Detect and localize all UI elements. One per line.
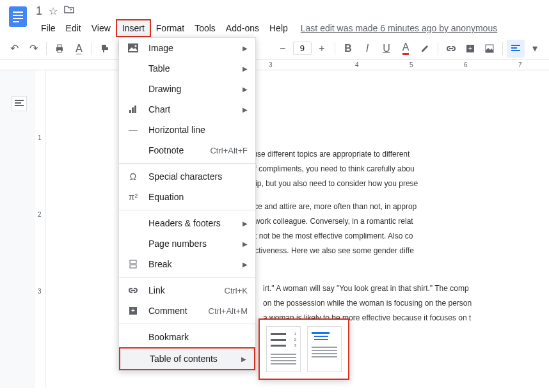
toc-with-links-option[interactable] [307, 326, 342, 372]
outline-toggle-button[interactable] [12, 96, 27, 111]
body-text: on the possession while the woman is foc… [263, 299, 472, 308]
insert-link-button[interactable] [442, 40, 460, 58]
highlight-button[interactable] [416, 40, 434, 58]
menu-view[interactable]: View [86, 20, 116, 36]
submenu-arrow-icon: ▶ [243, 220, 248, 227]
star-icon[interactable]: ☆ [49, 5, 58, 17]
insert-hr-item[interactable]: — Horizontal line [119, 120, 255, 140]
svg-rect-23 [130, 265, 136, 268]
submenu-arrow-icon: ▶ [241, 356, 246, 363]
insert-comment-button[interactable]: + [461, 40, 479, 58]
submenu-arrow-icon: ▶ [243, 240, 248, 247]
svg-rect-22 [130, 260, 136, 263]
underline-button[interactable]: U [378, 40, 395, 58]
last-edit-link[interactable]: Last edit was made 6 minutes ago by anon… [301, 23, 497, 33]
svg-text:+: + [468, 45, 472, 52]
insert-special-chars-item[interactable]: Ω Special characters [119, 166, 255, 187]
insert-break-item[interactable]: Break ▶ [119, 254, 255, 274]
svg-rect-4 [13, 21, 19, 22]
move-folder-icon[interactable] [64, 5, 74, 17]
svg-rect-21 [134, 106, 136, 113]
svg-rect-19 [129, 110, 131, 113]
insert-equation-item[interactable]: π² Equation [119, 187, 255, 207]
submenu-arrow-icon: ▶ [243, 261, 248, 268]
menu-file[interactable]: File [36, 20, 61, 36]
menu-format[interactable]: Format [151, 20, 189, 36]
pi-icon: π² [127, 191, 139, 203]
font-size-increase[interactable]: + [313, 40, 331, 58]
docs-logo-icon[interactable] [5, 4, 31, 29]
svg-rect-20 [132, 107, 134, 113]
print-button[interactable] [51, 40, 68, 58]
text-color-button[interactable]: A [397, 40, 415, 58]
paint-format-button[interactable] [96, 40, 114, 58]
menubar: File Edit View Insert Format Tools Add-o… [36, 19, 544, 37]
insert-drawing-item[interactable]: Drawing ▶ [119, 79, 255, 99]
redo-button[interactable]: ↷ [24, 40, 42, 58]
insert-image-button[interactable] [481, 40, 498, 58]
insert-comment-item[interactable]: + Comment Ctrl+Alt+M [119, 301, 255, 321]
insert-menu-dropdown: Image ▶ Table ▶ Drawing ▶ Chart ▶ — Hori… [118, 37, 256, 371]
break-icon [127, 258, 139, 270]
insert-headers-footers-item[interactable]: Headers & footers ▶ [119, 213, 255, 233]
insert-footnote-item[interactable]: Footnote Ctrl+Alt+F [119, 140, 255, 161]
align-left-button[interactable] [507, 40, 525, 58]
undo-button[interactable]: ↶ [5, 40, 23, 58]
svg-rect-7 [58, 50, 61, 52]
insert-page-numbers-item[interactable]: Page numbers ▶ [119, 233, 255, 254]
horizontal-line-icon: — [127, 123, 139, 136]
font-size-decrease[interactable]: − [274, 40, 292, 58]
svg-rect-1 [13, 12, 23, 13]
toc-with-numbers-option[interactable]: 1 2 3 [266, 326, 301, 372]
menu-addons[interactable]: Add-ons [221, 20, 264, 36]
submenu-arrow-icon: ▶ [243, 106, 248, 113]
toc-submenu: 1 2 3 [259, 318, 349, 380]
image-icon [127, 42, 139, 54]
chart-icon [127, 103, 139, 116]
menu-help[interactable]: Help [264, 20, 293, 36]
svg-rect-3 [13, 18, 23, 19]
document-title[interactable]: 1 [36, 4, 42, 18]
insert-image-item[interactable]: Image ▶ [119, 38, 255, 58]
svg-rect-2 [13, 15, 23, 16]
submenu-arrow-icon: ▶ [243, 45, 248, 52]
omega-icon: Ω [127, 170, 139, 183]
font-size-input[interactable]: 9 [293, 42, 312, 55]
spellcheck-button[interactable]: A̲ [70, 40, 88, 58]
vertical-ruler[interactable]: 1 2 3 [35, 70, 45, 388]
insert-toc-item[interactable]: Table of contents ▶ [119, 347, 255, 370]
insert-table-item[interactable]: Table ▶ [119, 58, 255, 79]
insert-bookmark-item[interactable]: Bookmark [119, 327, 255, 347]
submenu-arrow-icon: ▶ [243, 86, 248, 93]
comment-icon: + [127, 304, 139, 317]
align-dropdown[interactable]: ▾ [526, 40, 544, 58]
insert-link-item[interactable]: Link Ctrl+K [119, 280, 255, 301]
insert-chart-item[interactable]: Chart ▶ [119, 99, 255, 120]
svg-rect-0 [9, 6, 27, 27]
svg-text:+: + [131, 307, 135, 314]
italic-button[interactable]: I [358, 40, 376, 58]
menu-insert[interactable]: Insert [116, 19, 151, 37]
toolbar: ↶ ↷ A̲ − 9 + B I U A + ▾ [0, 37, 549, 60]
svg-point-18 [135, 45, 137, 47]
submenu-arrow-icon: ▶ [243, 65, 248, 72]
menu-edit[interactable]: Edit [61, 20, 86, 36]
horizontal-ruler[interactable]: 3 4 5 6 7 [0, 60, 549, 70]
bold-button[interactable]: B [339, 40, 357, 58]
body-text: irt." A woman will say "You look great i… [263, 284, 469, 293]
svg-rect-6 [58, 45, 61, 47]
menu-tools[interactable]: Tools [189, 20, 221, 36]
link-icon [127, 284, 139, 297]
